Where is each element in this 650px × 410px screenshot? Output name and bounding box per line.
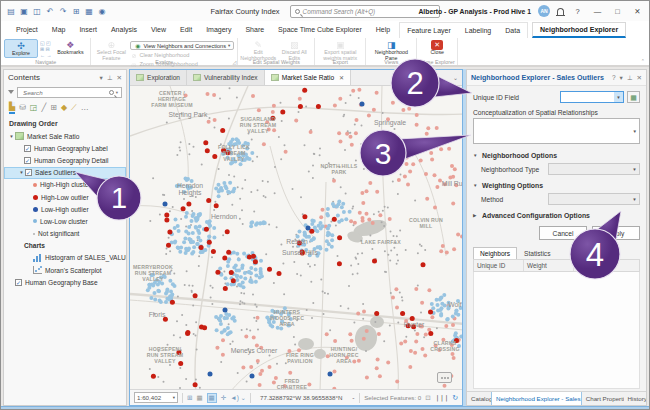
view-tab-exploration[interactable]: Exploration [130, 70, 187, 85]
layer-item-human-geography-label[interactable]: ✓Human Geography Label [4, 142, 126, 154]
account-name[interactable]: Alberto - GP Analysis - Prod Hive 1 [418, 8, 531, 15]
conceptualization-caret-icon[interactable]: ▼ [633, 129, 637, 134]
list-by-labeling-icon[interactable]: ◆ [61, 103, 67, 113]
selection-box-icon[interactable]: ⊡ [425, 394, 430, 402]
advanced-options-section[interactable]: ▶ Advanced Configuration Options [473, 212, 640, 219]
contents-search-input[interactable]: ▾ [17, 87, 122, 98]
layer-item-high-low-outlier[interactable]: High-Low outlier [4, 191, 126, 203]
undo-icon[interactable]: ↶ [45, 6, 55, 17]
tab-statistics[interactable]: Statistics [517, 247, 557, 259]
refresh-icon[interactable]: ↻ [452, 394, 458, 402]
weighting-options-section[interactable]: ▼ Weighting Options [473, 182, 640, 189]
snapping-toggle-icon[interactable]: ▦ [207, 393, 217, 403]
list-by-selection-icon[interactable]: ⊞ [50, 103, 57, 113]
layer-item-high-high-cluster[interactable]: High-High cluster [4, 179, 126, 191]
save-icon[interactable]: ▣ [19, 6, 29, 17]
layer-checkbox[interactable]: ✓ [15, 279, 22, 286]
ribbon-tab-edit[interactable]: Edit [173, 21, 199, 38]
view-neighbors-button[interactable]: ◉ View Neighbors and Connections ▾ [130, 41, 234, 50]
feedback-icon[interactable]: ◄) ⌄ [230, 394, 246, 402]
ribbon-tab-feature-layer[interactable]: Feature Layer [400, 23, 458, 38]
pause-drawing-icon[interactable]: ▦ [196, 394, 202, 402]
pane-close-icon[interactable]: ✕ [637, 74, 642, 82]
column-header-unique-id[interactable]: Unique ID [474, 260, 524, 271]
ribbon-tab-analysis[interactable]: Analysis [104, 21, 144, 38]
pane-help-icon[interactable]: ? [612, 74, 616, 81]
layer-item-moran-s-scatterplot[interactable]: Moran's Scatterplot [4, 264, 126, 276]
layer-item-low-high-outlier[interactable]: Low-High outlier [4, 203, 126, 215]
dock-tab-neighborhood-explorer-sales-outliers[interactable]: Neighborhood Explorer - Sales Outliers [491, 392, 582, 405]
list-by-snapping-icon[interactable]: ◲ [30, 103, 38, 113]
layer-item-charts[interactable]: Charts [4, 240, 126, 252]
unique-id-field-combo[interactable]: ▼ [560, 91, 624, 103]
neighborhood-type-combo[interactable]: ▼ [548, 163, 640, 175]
layer-item-low-low-cluster[interactable]: Low-Low cluster [4, 215, 126, 227]
offset-icon[interactable]: ✛ [221, 394, 226, 402]
ribbon-tab-project[interactable]: Project [9, 21, 45, 38]
pause-bars-icon[interactable]: ❘❘❘ [435, 394, 448, 402]
notifications-icon[interactable] [557, 8, 564, 15]
view-tabs-overflow-icon[interactable]: ⌄ [449, 70, 462, 85]
unique-id-caret-icon[interactable]: ▼ [614, 92, 623, 102]
explore-button[interactable]: ✣ Explore [4, 39, 38, 58]
layer-item-sales-outliers[interactable]: ▼✓Sales Outliers [4, 167, 126, 179]
expander-icon[interactable]: ▼ [18, 170, 25, 175]
prev-next-extent-icon[interactable]: ← → [40, 53, 51, 58]
list-by-editing-icon[interactable]: ╱ [41, 103, 46, 113]
clear-neighborhood-button[interactable]: ⊘ Clear Neighborhood [130, 51, 234, 59]
layer-item-not-significant[interactable]: Not significant [4, 228, 126, 240]
layer-checkbox[interactable]: ✓ [25, 169, 32, 176]
add-graphic-icon[interactable]: ⊞ [187, 394, 192, 402]
expander-icon[interactable]: ▼ [8, 134, 15, 139]
layer-item-market-sale-ratio[interactable]: ▼Market Sale Ratio [4, 130, 126, 142]
view-tab-market-sale-ratio[interactable]: Market Sale Ratio✕ [265, 70, 351, 85]
menu-icon[interactable]: ▤ [6, 6, 16, 17]
ribbon-tab-labeling[interactable]: Labeling [458, 23, 498, 38]
contents-search-dropdown-icon[interactable]: ▾ [116, 90, 118, 95]
tab-neighbors[interactable]: Neighbors [473, 247, 517, 259]
bookmarks-button[interactable]: ❖ Bookmarks [53, 39, 87, 56]
ribbon-tab-share[interactable]: Share [238, 21, 271, 38]
ribbon-tab-space-time-cube-explorer[interactable]: Space Time Cube Explorer [271, 21, 369, 38]
avatar[interactable]: AN [538, 5, 550, 17]
command-search-input[interactable]: Command Search (Alt+Q) [290, 5, 440, 18]
dock-tab-history[interactable]: History [624, 392, 646, 405]
close-window-button[interactable]: ✕ [631, 7, 644, 16]
open-icon[interactable]: ◫ [32, 6, 42, 17]
view-tab-close-icon[interactable]: ✕ [339, 74, 344, 81]
layer-checkbox[interactable]: ✓ [24, 157, 31, 164]
ribbon-tab-map[interactable]: Map [45, 21, 73, 38]
ribbon-tab-imagery[interactable]: Imagery [199, 21, 238, 38]
layer-checkbox[interactable]: ✓ [24, 145, 31, 152]
navigate-mini-buttons[interactable]: ◱ ◰ ⊞ ⊟ ← → [40, 39, 51, 58]
refresh-fields-icon[interactable]: ▦ [627, 91, 640, 103]
ribbon-tab-insert[interactable]: Insert [72, 21, 104, 38]
pointer-coordinates[interactable]: 77.3288792°W 38.9655838°N [255, 394, 347, 401]
locate-icon[interactable]: ◉ [97, 6, 107, 17]
results-table-body[interactable] [473, 272, 640, 389]
ribbon-tab-view[interactable]: View [144, 21, 173, 38]
contents-close-icon[interactable]: ✕ [117, 74, 122, 82]
redo-icon[interactable]: ↷ [58, 6, 68, 17]
layer-item-human-geography-detail[interactable]: ✓Human Geography Detail [4, 154, 126, 166]
filter-icon[interactable] [8, 90, 14, 94]
neighborhood-options-section[interactable]: ▼ Neighborhood Options [473, 152, 640, 159]
layer-item-human-geography-base[interactable]: ✓Human Geography Base [4, 276, 126, 288]
cancel-button[interactable]: Cancel [539, 226, 587, 240]
contents-more-icon[interactable]: … [81, 103, 89, 113]
map-graphic[interactable] [130, 86, 462, 389]
list-by-data-source-icon[interactable]: ⛁ [19, 103, 26, 113]
dock-tab-chart-properties[interactable]: Chart Properties [582, 392, 624, 405]
new-map-icon[interactable]: ▦ [84, 6, 94, 17]
map-navigator-icon[interactable] [437, 372, 452, 383]
pane-menu-icon[interactable]: ▾ [620, 74, 623, 82]
apply-button[interactable]: Apply [592, 226, 640, 240]
contents-search-field[interactable] [21, 88, 107, 97]
column-header-weight[interactable]: Weight [524, 260, 574, 271]
minimize-button[interactable]: — [591, 7, 604, 16]
map-canvas[interactable]: CENTER / HERITAGE FARM MUSEUMSterling Pa… [130, 86, 462, 389]
collapse-ribbon-icon[interactable]: ⌃ [641, 58, 645, 64]
method-combo[interactable]: ▼ [548, 193, 640, 205]
help-icon[interactable]: ? [571, 7, 584, 16]
ribbon-tab-data[interactable]: Data [498, 23, 527, 38]
